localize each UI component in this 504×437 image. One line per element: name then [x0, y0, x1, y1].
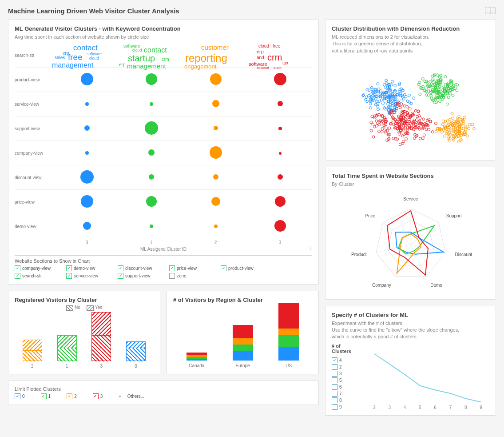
cluster-count-option[interactable]: 8 [332, 397, 361, 403]
axis-tick: 2 [183, 240, 248, 245]
svg-point-321 [403, 104, 406, 107]
limit-title: Limit Plotted Clusters [15, 386, 312, 392]
svg-point-89 [365, 100, 368, 103]
bubble-point [212, 100, 219, 107]
sections-title: Website Sections to Show in Chart [15, 255, 312, 264]
bubble-point [279, 152, 282, 155]
svg-point-96 [391, 80, 393, 83]
svg-point-531 [441, 123, 444, 126]
svg-text:6: 6 [434, 405, 437, 410]
svg-point-470 [405, 138, 407, 140]
cluster-count-option[interactable]: 9 [332, 404, 361, 410]
svg-point-205 [431, 75, 433, 78]
svg-point-409 [419, 117, 421, 120]
limit-others[interactable]: + Others... [119, 394, 144, 399]
section-checkbox[interactable]: ✓price-view [169, 265, 221, 271]
svg-point-622 [451, 117, 454, 120]
svg-point-365 [369, 121, 372, 124]
bubble-point [278, 127, 282, 130]
bubble-point [83, 222, 91, 230]
bubble-row-label: company-view [15, 151, 55, 156]
svg-point-13 [364, 98, 367, 101]
svg-point-53 [369, 93, 372, 96]
cluster-count-option[interactable]: ✓4 [332, 357, 361, 363]
svg-point-264 [452, 94, 454, 97]
wordcloud-word: startup [128, 54, 155, 63]
wordcloud-word: tax [282, 61, 288, 65]
bubble-row-label: service-view [15, 102, 55, 107]
elbow-sub: Experiment with the # of clusters. Use t… [332, 320, 489, 341]
bubble-point [85, 151, 89, 155]
scatter-panel: Cluster Distribution with Dimension Redu… [325, 20, 496, 160]
limit-checkbox[interactable]: ✓2 [67, 393, 77, 399]
bubble-point [213, 174, 218, 180]
registered-title: Registered Visitors by Cluster [15, 297, 154, 303]
svg-point-156 [377, 108, 379, 111]
bubble-point [84, 125, 90, 131]
bubble-point [81, 195, 93, 208]
svg-point-540 [471, 123, 474, 126]
svg-point-625 [442, 129, 445, 132]
limit-checkbox[interactable]: ✓1 [41, 393, 51, 399]
svg-text:3: 3 [389, 405, 391, 410]
download-icon[interactable]: ⇩ [309, 246, 312, 251]
svg-point-357 [414, 109, 417, 112]
limit-checkbox[interactable]: ✓3 [93, 393, 103, 399]
section-checkbox[interactable]: ✓demo-view [66, 265, 118, 271]
svg-point-375 [385, 127, 387, 129]
svg-text:7: 7 [449, 405, 452, 410]
bubble-point [148, 149, 155, 156]
page-title: Machine Learning Driven Web Visitor Clus… [8, 6, 496, 15]
svg-point-228 [446, 103, 448, 105]
radar-sub: By Cluster [332, 181, 489, 188]
svg-point-502 [431, 131, 434, 133]
svg-text:Service: Service [403, 196, 418, 201]
svg-point-584 [464, 128, 467, 131]
svg-point-194 [421, 78, 424, 80]
svg-point-553 [468, 123, 471, 126]
svg-point-611 [463, 116, 466, 119]
svg-text:Support: Support [446, 213, 461, 218]
svg-point-605 [457, 115, 460, 118]
axis-tick: 3 [248, 240, 312, 245]
svg-point-158 [368, 89, 370, 92]
cluster-count-option[interactable]: 6 [332, 384, 361, 390]
cluster-count-option[interactable]: 7 [332, 391, 361, 397]
bubble-point [210, 73, 222, 85]
bubble-row-label: demo-view [15, 224, 55, 229]
section-checkbox[interactable]: zone [169, 273, 221, 279]
svg-point-648 [450, 129, 452, 132]
section-checkbox[interactable]: ✓search-str [15, 273, 66, 279]
limit-panel: Limit Plotted Clusters ✓0✓1✓2✓3+ Others.… [8, 381, 319, 405]
registered-legend: No Yes [15, 305, 154, 310]
elbow-list-head: # of Clusters [332, 343, 361, 355]
section-checkbox[interactable]: ✓product-view [221, 265, 272, 271]
svg-point-135 [377, 92, 379, 94]
wordcloud-word: free [273, 44, 280, 48]
bubble-point [150, 102, 153, 106]
svg-point-67 [361, 94, 364, 97]
cluster-count-option[interactable]: 3 [332, 371, 361, 377]
bubble-point [146, 73, 157, 85]
cluster-count-option[interactable]: 2 [332, 364, 361, 370]
section-checkbox[interactable]: ✓company-view [15, 265, 66, 271]
wordcloud-word: audit [274, 66, 281, 70]
svg-point-17 [369, 107, 372, 109]
svg-point-139 [412, 97, 415, 100]
svg-point-516 [371, 124, 374, 126]
cluster-count-option[interactable]: 5 [332, 377, 361, 383]
svg-point-524 [390, 114, 393, 116]
wordcloud-word: software [87, 52, 102, 56]
section-checkbox[interactable]: ✓support-view [118, 273, 169, 279]
svg-point-628 [443, 135, 446, 137]
svg-point-392 [381, 131, 383, 133]
section-checkbox[interactable]: ✓service-view [66, 273, 118, 279]
svg-point-447 [409, 108, 411, 110]
svg-point-403 [392, 137, 394, 140]
section-checkbox[interactable]: ✓discount-view [118, 265, 169, 271]
book-icon [484, 6, 496, 15]
region-panel: # of Visitors by Region & Cluster Canada… [167, 291, 319, 374]
limit-checkbox[interactable]: ✓0 [15, 393, 25, 399]
bubble-point [85, 102, 89, 106]
wordcloud-word: reporting [185, 53, 227, 64]
